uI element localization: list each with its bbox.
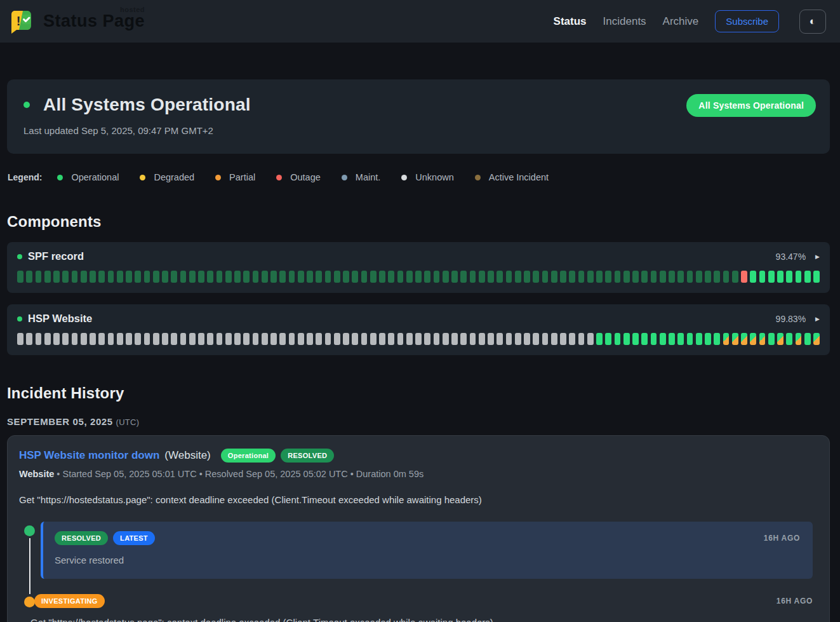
- uptime-bar-unknown: [443, 333, 449, 345]
- timeline-timestamp: 16H AGO: [777, 597, 813, 605]
- uptime-bar-dim: [723, 271, 730, 283]
- uptime-bar-dim: [569, 271, 575, 283]
- uptime-bar-dim: [270, 271, 277, 283]
- uptime-bar-dim: [126, 271, 132, 283]
- uptime-bar-unknown: [108, 333, 114, 345]
- component-header[interactable]: HSP Website99.83%▶: [17, 313, 820, 325]
- brand[interactable]: ! Status Page hosted: [8, 7, 145, 36]
- uptime-bar-dim: [316, 271, 322, 283]
- component-header[interactable]: SPF record93.47%▶: [17, 250, 820, 262]
- uptime-bar-dim: [53, 271, 60, 283]
- uptime-bar-dim: [578, 271, 585, 283]
- uptime-bar-dim: [497, 271, 503, 283]
- uptime-bar-unknown: [144, 333, 150, 345]
- svg-text:!: !: [17, 14, 21, 28]
- uptime-bar-dim: [325, 271, 331, 283]
- uptime-bar-unknown: [44, 333, 51, 345]
- uptime-bar-unknown: [506, 333, 512, 345]
- uptime-bar-op: [796, 271, 802, 283]
- legend-dot: [342, 175, 347, 180]
- uptime-bar-unknown: [325, 333, 331, 345]
- uptime-bar-dim: [90, 271, 96, 283]
- theme-toggle-button[interactable]: ◐: [799, 10, 826, 34]
- overall-status-title: All Systems Operational: [43, 95, 251, 115]
- uptime-bar-dim: [379, 271, 385, 283]
- timeline-message: Get "https://hostedstatus.page": context…: [30, 617, 813, 622]
- uptime-bar-dim: [470, 271, 476, 283]
- uptime-bar-unknown: [198, 333, 204, 345]
- uptime-bar-dim: [343, 271, 349, 283]
- component-card-hsp-website: HSP Website99.83%▶: [7, 304, 830, 355]
- uptime-bar-op: [714, 333, 720, 345]
- uptime-bar-dim: [36, 271, 42, 283]
- uptime-bar-unknown: [497, 333, 503, 345]
- nav-link-status[interactable]: Status: [554, 15, 587, 28]
- uptime-bar-unknown: [524, 333, 530, 345]
- legend-dot: [401, 175, 407, 180]
- status-page-logo-icon: !: [8, 7, 37, 36]
- incident-history-heading: Incident History: [7, 384, 830, 402]
- expand-arrow-icon[interactable]: ▶: [815, 316, 820, 322]
- overall-status-card: All Systems Operational Last updated Sep…: [7, 79, 830, 154]
- uptime-bar-unknown: [253, 333, 259, 345]
- uptime-bar-op: [660, 333, 666, 345]
- uptime-bar-op: [696, 333, 702, 345]
- uptime-bar-unknown: [569, 333, 575, 345]
- uptime-bar-unknown: [53, 333, 60, 345]
- uptime-bar-dim: [506, 271, 512, 283]
- incident-title-link[interactable]: HSP Website monitor down: [19, 449, 159, 462]
- legend-dot: [140, 175, 145, 180]
- uptime-bar-op: [596, 333, 603, 345]
- uptime-bar-dim: [632, 271, 639, 283]
- component-status-dot: [17, 254, 22, 259]
- uptime-bar-unknown: [243, 333, 250, 345]
- uptime-bar-unknown: [36, 333, 42, 345]
- uptime-bar-partial: [732, 333, 738, 345]
- uptime-bar-dim: [189, 271, 196, 283]
- uptime-bar-dim: [144, 271, 150, 283]
- uptime-bar-dim: [26, 271, 32, 283]
- uptime-bar-op: [759, 271, 766, 283]
- top-header: ! Status Page hosted StatusIncidentsArch…: [0, 0, 840, 43]
- uptime-bar-unknown: [234, 333, 241, 345]
- incident-date-header: SEPTEMBER 05, 2025 (UTC): [7, 416, 830, 427]
- uptime-bar-unknown: [470, 333, 476, 345]
- uptime-bars: [17, 271, 820, 283]
- uptime-bar-dim: [108, 271, 114, 283]
- component-name: SPF record: [28, 250, 84, 262]
- uptime-bar-unknown: [162, 333, 168, 345]
- nav-link-incidents[interactable]: Incidents: [603, 15, 646, 28]
- uptime-bar-dim: [307, 271, 313, 283]
- legend-item-label: Unknown: [415, 172, 453, 182]
- timeline-timestamp: 16H AGO: [764, 534, 800, 543]
- subscribe-button[interactable]: Subscribe: [715, 10, 779, 32]
- uptime-bar-dim: [524, 271, 530, 283]
- uptime-bar-dim: [705, 271, 711, 283]
- uptime-bar-op: [804, 271, 811, 283]
- legend-item-label: Operational: [71, 172, 119, 182]
- uptime-bar-dim: [623, 271, 630, 283]
- uptime-bar-dim: [198, 271, 204, 283]
- uptime-bar-unknown: [270, 333, 277, 345]
- uptime-bar-dim: [533, 271, 539, 283]
- uptime-bar-unknown: [352, 333, 358, 345]
- uptime-bar-dim: [596, 271, 603, 283]
- timeline-badge-resolved: RESOLVED: [55, 531, 108, 545]
- component-name: HSP Website: [28, 313, 92, 325]
- uptime-bar-dim: [542, 271, 549, 283]
- nav-link-archive[interactable]: Archive: [663, 15, 699, 28]
- legend-item-label: Partial: [229, 172, 255, 182]
- brand-title: Status Page hosted: [43, 11, 145, 31]
- uptime-bar-partial: [759, 333, 766, 345]
- uptime-bar-dim: [253, 271, 259, 283]
- legend-item-active-incident: Active Incident: [475, 172, 549, 182]
- uptime-bar-unknown: [153, 333, 159, 345]
- uptime-bar-dim: [551, 271, 557, 283]
- uptime-bar-unknown: [415, 333, 422, 345]
- expand-arrow-icon[interactable]: ▶: [815, 254, 820, 260]
- uptime-bar-dim: [641, 271, 648, 283]
- legend-dot: [57, 175, 63, 180]
- uptime-bar-unknown: [587, 333, 594, 345]
- uptime-bar-op: [677, 333, 684, 345]
- uptime-bar-unknown: [17, 333, 23, 345]
